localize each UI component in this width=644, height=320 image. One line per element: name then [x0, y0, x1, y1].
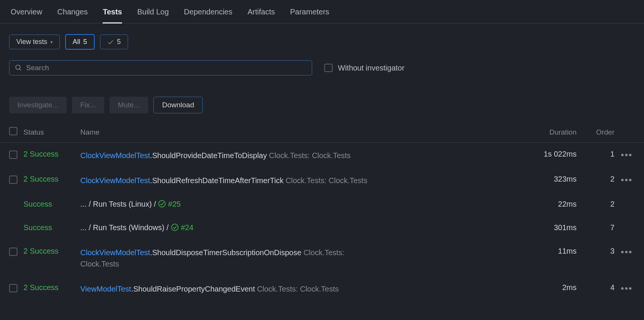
svg-line-1 — [20, 69, 21, 71]
fix-button[interactable]: Fix... — [72, 97, 104, 113]
row-menu-icon[interactable]: ••• — [621, 247, 633, 257]
duration-cell: 301ms — [530, 216, 580, 240]
build-path: ... / Run Tests (Windows) / — [80, 223, 171, 232]
test-class-link[interactable]: ClockViewModelTest — [80, 151, 150, 160]
duration-cell: 1s 022ms — [530, 143, 580, 168]
search-input[interactable] — [26, 64, 306, 72]
header-select-all[interactable] — [0, 122, 20, 143]
chevron-down-icon: ▾ — [50, 39, 53, 45]
tests-table: Status Name Duration Order 2 SuccessCloc… — [0, 122, 644, 301]
filter-passed-count: 5 — [117, 38, 121, 46]
status-badge: 2 Success — [23, 175, 58, 183]
svg-point-0 — [16, 65, 20, 70]
investigate-button[interactable]: Investigate... — [9, 97, 67, 113]
row-checkbox[interactable] — [9, 284, 17, 292]
status-badge: 2 Success — [23, 150, 58, 158]
tab-dependencies[interactable]: Dependencies — [184, 8, 233, 23]
row-menu-icon[interactable]: ••• — [621, 283, 633, 293]
tab-changes[interactable]: Changes — [57, 8, 88, 23]
test-filter-bar: View tests ▾ All 5 5 — [0, 34, 644, 50]
tab-tests[interactable]: Tests — [103, 8, 122, 24]
test-suite: Clock.Tests: Clock.Tests — [257, 285, 339, 293]
order-cell: 3 — [580, 240, 617, 276]
header-name[interactable]: Name — [77, 122, 530, 143]
table-row[interactable]: 2 SuccessClockViewModelTest.ShouldDispos… — [0, 240, 644, 276]
search-row: Without investigator — [0, 60, 644, 75]
table-row[interactable]: 2 SuccessClockViewModelTest.ShouldProvid… — [0, 143, 644, 168]
filter-all-button[interactable]: All 5 — [65, 34, 95, 50]
order-cell: 2 — [580, 168, 617, 193]
test-suite: Clock.Tests: Clock.Tests — [286, 176, 367, 185]
check-circle-icon — [171, 223, 179, 233]
mute-button[interactable]: Mute... — [109, 97, 148, 113]
test-class-link[interactable]: ClockViewModelTest — [80, 176, 150, 185]
without-investigator-label: Without investigator — [338, 64, 405, 72]
order-cell: 2 — [580, 193, 617, 216]
download-button[interactable]: Download — [153, 97, 203, 113]
build-number-link[interactable]: #24 — [181, 223, 193, 232]
filter-passed-button[interactable]: 5 — [100, 35, 128, 49]
search-box[interactable] — [9, 60, 312, 75]
without-investigator-checkbox[interactable] — [324, 64, 333, 72]
view-tests-dropdown[interactable]: View tests ▾ — [9, 35, 60, 49]
check-circle-icon — [158, 200, 166, 210]
svg-point-3 — [171, 224, 178, 231]
table-row[interactable]: Success... / Run Tests (Windows) / #2430… — [0, 216, 644, 240]
row-checkbox[interactable] — [9, 248, 17, 256]
test-method: .ShouldDisposeTimerSubscriptionOnDispose — [150, 248, 301, 257]
build-path: ... / Run Tests (Linux) / — [80, 200, 158, 208]
tab-overview[interactable]: Overview — [11, 8, 42, 23]
test-suite: Clock.Tests — [80, 260, 119, 268]
status-badge: Success — [23, 223, 52, 232]
tab-artifacts[interactable]: Artifacts — [247, 8, 275, 23]
test-method: .ShouldProvideDateTimeToDisplay — [150, 151, 267, 160]
test-method: .ShouldRaisePropertyChangedEvent — [131, 285, 255, 293]
status-badge: 2 Success — [23, 283, 58, 292]
filter-all-count: 5 — [83, 38, 87, 46]
duration-cell: 2ms — [530, 276, 580, 301]
duration-cell: 22ms — [530, 193, 580, 216]
header-status[interactable]: Status — [20, 122, 77, 143]
table-row[interactable]: Success... / Run Tests (Linux) / #2522ms… — [0, 193, 644, 216]
duration-cell: 11ms — [530, 240, 580, 276]
filter-all-label: All — [73, 38, 80, 46]
test-suite: Clock.Tests: — [303, 248, 344, 257]
row-menu-icon[interactable]: ••• — [621, 175, 633, 185]
svg-point-2 — [159, 201, 166, 207]
table-row[interactable]: 2 SuccessClockViewModelTest.ShouldRefres… — [0, 168, 644, 193]
row-checkbox[interactable] — [9, 151, 17, 159]
order-cell: 1 — [580, 143, 617, 168]
view-tests-label: View tests — [16, 38, 47, 46]
duration-cell: 323ms — [530, 168, 580, 193]
row-checkbox[interactable] — [9, 176, 17, 184]
tab-parameters[interactable]: Parameters — [290, 8, 329, 23]
test-method: .ShouldRefreshDateTimeAfterTimerTick — [150, 176, 283, 185]
header-duration[interactable]: Duration — [530, 122, 580, 143]
header-order[interactable]: Order — [580, 122, 617, 143]
order-cell: 4 — [580, 276, 617, 301]
row-menu-icon[interactable]: ••• — [621, 150, 633, 160]
without-investigator-toggle[interactable]: Without investigator — [324, 64, 405, 72]
test-class-link[interactable]: ClockViewModelTest — [80, 248, 150, 257]
search-icon — [15, 64, 22, 72]
bulk-actions: Investigate... Fix... Mute... Download — [0, 97, 644, 113]
status-badge: Success — [23, 200, 52, 208]
table-row[interactable]: 2 SuccessViewModelTest.ShouldRaiseProper… — [0, 276, 644, 301]
build-tabs: OverviewChangesTestsBuild LogDependencie… — [0, 0, 644, 24]
test-class-link[interactable]: ViewModelTest — [80, 285, 131, 293]
status-badge: 2 Success — [23, 247, 58, 255]
test-suite: Clock.Tests: Clock.Tests — [269, 151, 351, 160]
order-cell: 7 — [580, 216, 617, 240]
check-icon — [107, 39, 114, 45]
build-number-link[interactable]: #25 — [168, 200, 181, 208]
tab-build-log[interactable]: Build Log — [137, 8, 169, 23]
